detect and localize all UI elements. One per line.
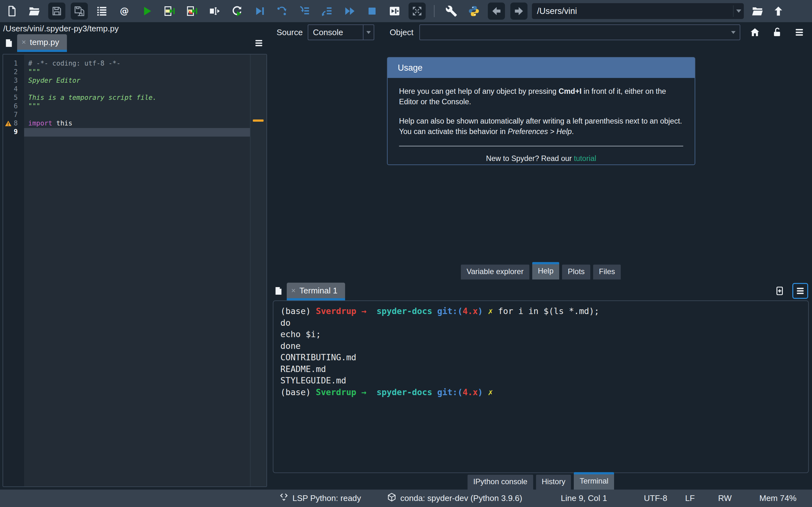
run-file-button[interactable] xyxy=(138,3,155,20)
editor-code-area[interactable]: # -*- coding: utf-8 -*-"""Spyder EditorT… xyxy=(24,55,250,487)
step-into-button[interactable] xyxy=(296,3,313,20)
working-directory-value: /Users/vini xyxy=(532,6,733,16)
tab-terminal-1[interactable]: × Terminal 1 xyxy=(287,283,345,300)
save-button[interactable] xyxy=(48,3,65,20)
editor-file-path: /Users/vini/.spyder-py3/temp.py xyxy=(0,22,270,34)
chevron-down-icon[interactable] xyxy=(363,25,374,40)
code-line xyxy=(24,85,250,94)
find-symbols-icon: @ xyxy=(118,5,131,17)
debug-file-button[interactable] xyxy=(251,3,268,20)
history-forward-icon xyxy=(513,5,525,17)
cursor-position-status[interactable]: Line 9, Col 1 xyxy=(561,490,607,507)
gutter-line[interactable]: 2 xyxy=(3,68,24,77)
editor-tab-bar: × temp.py xyxy=(0,34,270,52)
gutter-line[interactable]: 5 xyxy=(3,94,24,102)
tutorial-footer: New to Spyder? Read our tutorial xyxy=(399,153,683,164)
run-cell-button[interactable] xyxy=(161,3,178,20)
save-all-button[interactable] xyxy=(71,3,88,20)
help-options-menu-button[interactable] xyxy=(793,26,806,39)
hamburger-icon xyxy=(794,27,805,38)
help-pane-tabs: Variable explorerHelpPlotsFiles xyxy=(270,262,812,279)
hamburger-icon xyxy=(795,286,805,296)
help-unlock-button[interactable] xyxy=(771,26,783,39)
terminal-line: CONTRIBUTING.md xyxy=(281,352,801,363)
gutter-line[interactable]: 7 xyxy=(3,111,24,119)
readwrite-status[interactable]: RW xyxy=(718,490,732,507)
debug-continue-button[interactable] xyxy=(341,3,358,20)
eol-status[interactable]: LF xyxy=(685,490,695,507)
editor-scrollflag-area[interactable] xyxy=(250,55,266,487)
help-home-button[interactable] xyxy=(749,26,761,39)
conda-env-status[interactable]: conda: spyder-dev (Python 3.9.6) xyxy=(387,490,522,507)
pane-tab-files[interactable]: Files xyxy=(593,265,621,279)
working-directory-combo[interactable]: /Users/vini xyxy=(532,3,744,19)
terminal-line: (base) Sverdrup → spyder-docs git:(4.x) … xyxy=(281,305,801,317)
tab-temp-py[interactable]: × temp.py xyxy=(17,34,67,52)
browse-tabs-button[interactable] xyxy=(2,36,16,50)
warning-flag-marker[interactable] xyxy=(253,119,264,122)
preferences-button[interactable] xyxy=(443,3,460,20)
help-object-combo[interactable] xyxy=(419,24,740,40)
find-symbols-button[interactable]: @ xyxy=(116,3,133,20)
close-icon[interactable]: × xyxy=(291,287,296,294)
open-directory-button[interactable] xyxy=(749,3,766,20)
browse-tabs-icon xyxy=(4,38,14,48)
package-icon xyxy=(387,493,397,504)
gutter-line[interactable]: 6 xyxy=(3,102,24,111)
history-forward-button[interactable] xyxy=(510,3,527,20)
step-return-button[interactable] xyxy=(318,3,336,20)
browse-tabs-button[interactable] xyxy=(271,284,286,298)
open-file-button[interactable] xyxy=(26,3,43,20)
run-cell-advance-button[interactable] xyxy=(183,3,200,20)
up-directory-button[interactable] xyxy=(770,3,787,20)
pane-tab-help[interactable]: Help xyxy=(532,262,559,279)
home-icon xyxy=(750,27,760,38)
fullscreen-button[interactable] xyxy=(409,3,426,20)
toolbar-buttons: @ xyxy=(3,3,527,20)
pane-tab-plots[interactable]: Plots xyxy=(562,265,590,279)
run-selection-button[interactable] xyxy=(206,3,223,20)
maximize-pane-button[interactable] xyxy=(386,3,403,20)
terminal-output[interactable]: (base) Sverdrup → spyder-docs git:(4.x) … xyxy=(273,300,809,473)
help-source-value: Console xyxy=(308,27,363,38)
gutter-line[interactable]: 1 xyxy=(3,60,24,68)
open-directory-icon xyxy=(751,5,763,17)
pane-tab-ipython-console[interactable]: IPython console xyxy=(467,475,533,490)
pane-tab-variable-explorer[interactable]: Variable explorer xyxy=(461,265,529,279)
close-icon[interactable]: × xyxy=(21,38,26,46)
pane-tab-history[interactable]: History xyxy=(536,475,571,490)
rerun-cell-button[interactable] xyxy=(229,3,246,20)
code-line: """ xyxy=(24,102,250,111)
editor-gutter: 123456789 xyxy=(3,55,24,487)
history-back-button[interactable] xyxy=(488,3,505,20)
debug-stop-icon xyxy=(366,5,378,17)
code-editor[interactable]: 123456789 # -*- coding: utf-8 -*-"""Spyd… xyxy=(3,54,267,487)
encoding-status[interactable]: UTF-8 xyxy=(644,490,667,507)
pane-tab-terminal[interactable]: Terminal xyxy=(574,472,614,490)
gutter-line[interactable]: 3 xyxy=(3,77,24,85)
tutorial-link[interactable]: tutorial xyxy=(574,154,596,163)
add-terminal-button[interactable] xyxy=(773,284,786,298)
terminal-line: STYLEGUIDE.md xyxy=(281,375,801,387)
python-path-button[interactable] xyxy=(465,3,483,20)
editor-options-menu-button[interactable] xyxy=(252,36,266,50)
gutter-line[interactable]: 9 xyxy=(3,128,24,136)
memory-status[interactable]: Mem 74% xyxy=(759,490,797,507)
step-over-button[interactable] xyxy=(273,3,291,20)
file-switcher-button[interactable] xyxy=(93,3,110,20)
gutter-line[interactable]: 4 xyxy=(3,85,24,94)
terminal-line: (base) Sverdrup → spyder-docs git:(4.x) … xyxy=(281,387,801,398)
open-file-icon xyxy=(28,5,40,17)
debug-stop-button[interactable] xyxy=(363,3,380,20)
gutter-line[interactable]: 8 xyxy=(3,119,24,128)
help-source-dropdown[interactable]: Console xyxy=(308,24,374,40)
new-file-button[interactable] xyxy=(3,3,20,20)
up-directory-icon xyxy=(772,5,784,17)
console-pane-tabs: IPython consoleHistoryTerminal xyxy=(270,473,812,490)
chevron-down-icon[interactable] xyxy=(727,25,740,40)
chevron-down-icon[interactable] xyxy=(733,5,744,17)
terminal-options-menu-button[interactable] xyxy=(792,283,808,299)
terminal-line: do xyxy=(281,317,801,329)
lsp-status[interactable]: LSP Python: ready xyxy=(279,490,361,507)
help-pane: Source Console Object Usage xyxy=(270,22,812,279)
